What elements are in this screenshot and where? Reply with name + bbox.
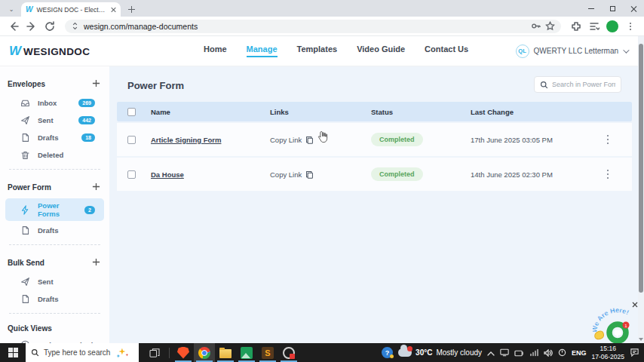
reading-list-icon[interactable] [587, 19, 602, 34]
power-forms-count-badge: 2 [84, 206, 95, 214]
row-checkbox[interactable] [127, 170, 136, 179]
window-maximize-button[interactable] [602, 0, 623, 17]
nav-manage[interactable]: Manage [247, 44, 278, 57]
browser-menu-button[interactable] [623, 19, 638, 34]
action-center-button[interactable] [630, 346, 639, 360]
taskbar-app-recorder[interactable] [278, 343, 299, 362]
row-menu-button[interactable] [601, 170, 615, 179]
back-arrow-icon [8, 21, 19, 32]
help-icon[interactable]: ? [382, 347, 393, 358]
site-logo[interactable]: W WESIGNDOC [0, 44, 136, 59]
column-links: Links [270, 108, 371, 116]
chevron-up-icon [487, 351, 495, 357]
page-scrollbar[interactable] [638, 36, 644, 343]
copy-link-button[interactable]: Copy Link [270, 136, 371, 144]
reload-icon [44, 21, 55, 32]
forward-button[interactable] [24, 19, 39, 34]
copy-icon [305, 170, 314, 179]
search-input[interactable] [552, 81, 615, 88]
column-name: Name [151, 108, 270, 116]
section-title-bulk-send: Bulk Send [8, 259, 44, 267]
nav-contact-us[interactable]: Contact Us [425, 44, 468, 57]
reload-button[interactable] [42, 19, 57, 34]
tab-close-icon[interactable] [110, 7, 116, 13]
copy-link-button[interactable]: Copy Link [270, 170, 371, 179]
tray-display-icon[interactable] [500, 346, 509, 360]
profile-avatar[interactable] [605, 19, 620, 34]
window-close-button[interactable] [623, 0, 644, 17]
tab-search-chevron-icon[interactable]: ⌄ [6, 4, 17, 14]
url-bar[interactable]: wesign.com/manage-documents [65, 20, 561, 33]
form-name-link[interactable]: Article Signing Form [151, 136, 270, 144]
new-tab-button[interactable] [128, 6, 135, 13]
scrollbar-thumb[interactable] [639, 44, 643, 293]
date: 17-06-2025 [592, 353, 624, 360]
wesign-favicon: W [26, 5, 32, 14]
extensions-icon[interactable] [569, 19, 584, 34]
column-last-change: Last Change [471, 108, 584, 116]
taskbar-app-chrome[interactable] [194, 343, 215, 362]
sidebar-item-deleted[interactable]: Deleted [5, 147, 104, 163]
tray-battery-icon[interactable] [514, 346, 524, 360]
add-power-form-button[interactable] [92, 180, 100, 194]
tray-volume-icon[interactable] [544, 346, 553, 360]
bolt-icon [20, 205, 30, 215]
search-icon [31, 348, 39, 357]
list-panel-icon [589, 21, 600, 32]
window-minimize-button[interactable] [581, 0, 602, 17]
sidebar-item-inbox[interactable]: Inbox 269 [5, 95, 104, 111]
sidebar-item-power-forms[interactable]: Power Forms 2 [5, 198, 104, 221]
browser-toolbar: wesign.com/manage-documents [0, 17, 644, 36]
nav-templates[interactable]: Templates [297, 44, 338, 57]
sidebar-item-bulk-drafts[interactable]: Drafts [5, 291, 104, 307]
sidebar-item-bulk-sent[interactable]: Sent [5, 274, 104, 290]
tray-expand-button[interactable] [487, 346, 495, 360]
search-box[interactable] [534, 76, 621, 93]
nav-video-guide[interactable]: Video Guide [357, 44, 405, 57]
row-menu-button[interactable] [601, 135, 615, 145]
table-header-row: Name Links Status Last Change [117, 102, 632, 121]
form-name-link[interactable]: Da House [151, 170, 270, 179]
taskbar-app-photos[interactable] [236, 343, 257, 362]
browser-titlebar: ⌄ W WESIGN DOC - Electronic Digit [0, 0, 644, 17]
task-view-icon [149, 348, 160, 357]
sidebar-item-power-form-drafts[interactable]: Drafts [5, 222, 104, 238]
screen-recorder-icon [283, 347, 295, 359]
account-menu[interactable]: QL QWERTY LLC Letterman [516, 44, 627, 58]
start-button[interactable] [0, 343, 26, 362]
chevron-down-icon [623, 47, 629, 53]
task-view-button[interactable] [143, 343, 166, 362]
sidebar-item-drafts[interactable]: Drafts 18 [5, 130, 104, 146]
add-bulk-send-button[interactable] [92, 256, 100, 269]
tray-network-icon[interactable] [529, 346, 538, 360]
section-title-power-form: Power Form [8, 183, 51, 192]
logo-w-icon: W [9, 44, 21, 59]
password-key-icon[interactable] [531, 21, 541, 31]
nav-home[interactable]: Home [204, 44, 227, 57]
chat-widget[interactable]: We Are Here! 1 [593, 302, 639, 344]
status-badge: Completed [371, 133, 423, 146]
forward-arrow-icon [26, 21, 37, 32]
back-button[interactable] [6, 19, 21, 34]
tray-recorder-icon[interactable] [558, 346, 566, 360]
search-icon [540, 81, 548, 89]
sidebar-item-sent[interactable]: Sent 442 [5, 112, 104, 128]
weather-widget[interactable]: 30°C Mostly cloudy [398, 348, 482, 357]
section-title-envelopes: Envelopes [8, 80, 45, 88]
taskbar-app-file-explorer[interactable] [215, 343, 236, 362]
row-checkbox[interactable] [127, 136, 136, 144]
chat-close-button[interactable] [632, 302, 638, 308]
send-icon [20, 115, 30, 125]
taskbar-app-s[interactable]: S [257, 343, 278, 362]
draft-icon [20, 294, 30, 304]
browser-tab[interactable]: W WESIGN DOC - Electronic Digit [21, 2, 121, 17]
taskbar-clock[interactable]: 15:16 17-06-2025 [592, 345, 624, 360]
account-initials-badge: QL [516, 44, 529, 58]
select-all-checkbox[interactable] [127, 108, 136, 116]
language-indicator[interactable]: ENG [572, 349, 587, 357]
taskbar-search[interactable]: Type here to search [26, 343, 139, 362]
bookmark-star-icon[interactable] [545, 21, 555, 31]
taskbar-app-brave[interactable] [173, 343, 194, 362]
add-envelope-button[interactable] [92, 77, 100, 90]
site-nav: Home Manage Templates Video Guide Contac… [204, 44, 468, 57]
